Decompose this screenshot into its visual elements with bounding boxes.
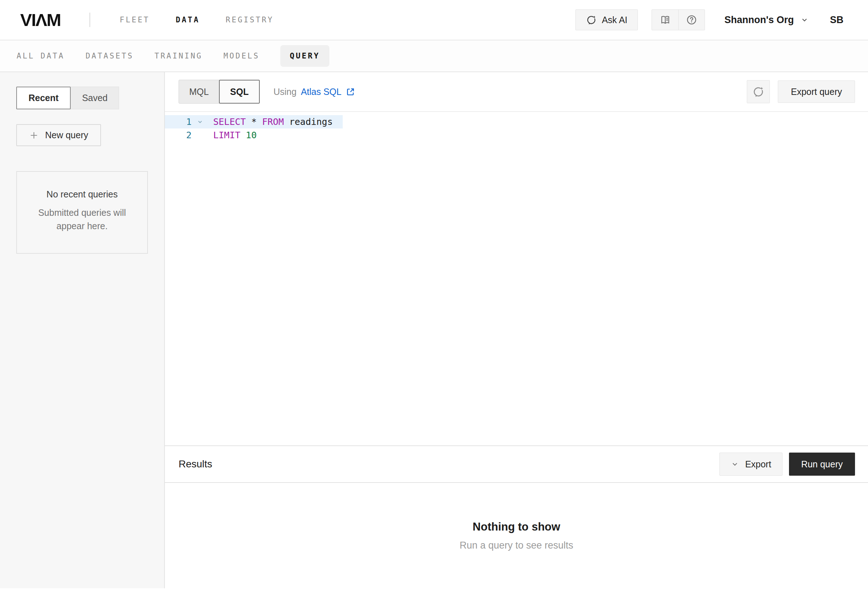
using-atlas-sql: Using Atlas SQL: [273, 87, 355, 97]
chevron-down-icon: [800, 16, 809, 24]
tab-models[interactable]: MODELS: [223, 52, 259, 60]
help-button[interactable]: [678, 10, 704, 30]
using-label: Using: [273, 87, 297, 97]
no-recent-queries-subtitle: Submitted queries will appear here.: [27, 206, 137, 233]
tab-training[interactable]: TRAINING: [154, 52, 202, 60]
code-lines: 1SELECT * FROM readings2LIMIT 10: [165, 115, 868, 142]
export-results-label: Export: [745, 459, 771, 469]
book-icon: [660, 14, 671, 26]
tab-datasets[interactable]: DATASETS: [86, 52, 133, 60]
new-query-button[interactable]: New query: [16, 124, 101, 146]
tab-all-data[interactable]: ALL DATA: [16, 52, 65, 60]
code-text: SELECT * FROM readings: [213, 117, 333, 127]
ask-ai-label: Ask AI: [602, 15, 627, 25]
plus-icon: [29, 130, 39, 141]
org-switcher[interactable]: Shannon's Org: [725, 15, 809, 26]
nav-data[interactable]: DATA: [176, 16, 200, 24]
empty-state-title: Nothing to show: [472, 521, 560, 533]
recent-tab[interactable]: Recent: [16, 87, 71, 110]
sql-code-editor[interactable]: 1SELECT * FROM readings2LIMIT 10: [165, 112, 868, 445]
logo-divider: [90, 13, 90, 27]
code-text: LIMIT 10: [213, 130, 257, 141]
saved-tab[interactable]: Saved: [71, 87, 119, 110]
recent-saved-toggle: Recent Saved: [16, 87, 148, 110]
export-query-button[interactable]: Export query: [778, 80, 855, 103]
nav-fleet[interactable]: FLEET: [120, 16, 150, 24]
results-header: Results Export Run query: [165, 445, 868, 483]
empty-state-subtitle: Run a query to see results: [460, 540, 573, 551]
code-line[interactable]: 2LIMIT 10: [165, 129, 868, 142]
mql-mode-button[interactable]: MQL: [179, 80, 219, 104]
chevron-down-icon: [731, 460, 739, 468]
export-results-button[interactable]: Export: [719, 453, 782, 476]
primary-nav: FLEET DATA REGISTRY: [120, 16, 274, 24]
top-bar: VIΛM FLEET DATA REGISTRY Ask AI: [0, 0, 868, 40]
run-query-button[interactable]: Run query: [789, 453, 855, 476]
docs-button[interactable]: [652, 10, 678, 30]
atlas-sql-link-label: Atlas SQL: [301, 87, 342, 97]
editor-header: MQL SQL Using Atlas SQL: [165, 72, 868, 112]
nav-registry[interactable]: REGISTRY: [226, 16, 274, 24]
viam-logo[interactable]: VIΛM: [20, 10, 61, 30]
results-title: Results: [179, 458, 212, 470]
page-content: Recent Saved New query No recent queries…: [0, 72, 868, 588]
user-avatar[interactable]: SB: [830, 15, 843, 26]
code-line[interactable]: 1SELECT * FROM readings: [165, 115, 343, 129]
ai-sparkle-icon: [752, 86, 765, 98]
line-number: 1: [165, 117, 192, 127]
data-subnav: ALL DATA DATASETS TRAINING MODELS QUERY: [0, 40, 868, 72]
query-main: MQL SQL Using Atlas SQL: [165, 72, 868, 588]
help-button-group: [651, 9, 705, 30]
external-link-icon: [345, 87, 355, 97]
tab-query[interactable]: QUERY: [280, 45, 329, 67]
ask-ai-button[interactable]: Ask AI: [576, 9, 638, 30]
no-recent-queries-box: No recent queries Submitted queries will…: [16, 171, 148, 254]
ai-sparkle-icon: [586, 15, 597, 25]
fold-chevron-icon[interactable]: [192, 118, 208, 125]
line-number: 2: [165, 130, 192, 141]
atlas-sql-link[interactable]: Atlas SQL: [301, 87, 356, 97]
results-empty-state: Nothing to show Run a query to see resul…: [165, 483, 868, 588]
sql-mode-button[interactable]: SQL: [219, 80, 260, 104]
new-query-label: New query: [45, 130, 89, 141]
no-recent-queries-title: No recent queries: [27, 189, 137, 200]
query-sidebar: Recent Saved New query No recent queries…: [0, 72, 165, 588]
ai-generate-button[interactable]: [747, 80, 770, 103]
help-circle-icon: [686, 14, 697, 26]
org-name: Shannon's Org: [725, 15, 794, 26]
